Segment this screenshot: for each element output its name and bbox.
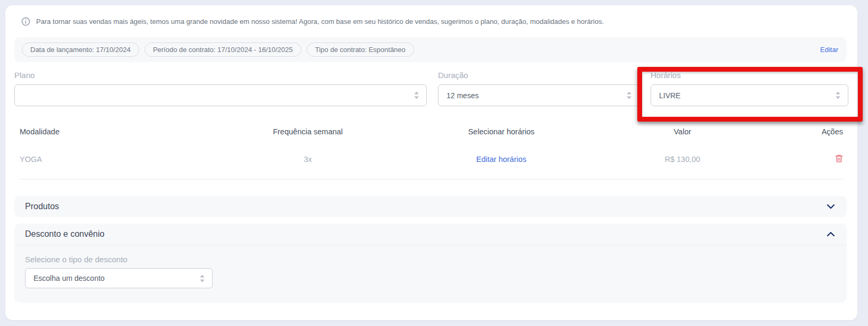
info-icon	[21, 17, 30, 26]
edit-contract-link[interactable]: Editar	[820, 46, 838, 54]
select-spinner-icon	[414, 91, 419, 99]
col-modalidade: Modalidade	[20, 127, 217, 136]
col-frequencia: Frequência semanal	[217, 127, 399, 136]
duracao-select-value: 12 meses	[446, 91, 479, 100]
horarios-select[interactable]: LIVRE	[651, 84, 848, 106]
field-duracao: Duração 12 meses	[438, 71, 639, 106]
produtos-title: Produtos	[25, 202, 59, 211]
desconto-label: Selecione o tipo de desconto	[25, 255, 836, 264]
plano-label: Plano	[14, 71, 427, 80]
select-spinner-icon	[835, 91, 841, 99]
info-banner: Para tornar suas vendas mais ágeis, temo…	[5, 5, 857, 26]
plano-select[interactable]	[14, 84, 427, 106]
section-produtos: Produtos	[14, 196, 847, 217]
col-acoes: Ações	[761, 127, 843, 136]
table-row: YOGA 3x Editar horários R$ 130,00	[20, 154, 843, 179]
select-spinner-icon	[626, 91, 632, 99]
duracao-select[interactable]: 12 meses	[438, 84, 639, 106]
contract-card: Para tornar suas vendas mais ágeis, temo…	[5, 5, 857, 320]
produtos-accordion-header[interactable]: Produtos	[14, 196, 847, 217]
trash-icon[interactable]	[835, 154, 843, 163]
table-header-row: Modalidade Frequência semanal Selecionar…	[20, 127, 843, 154]
col-selecionar-horarios: Selecionar horários	[399, 127, 604, 136]
select-spinner-icon	[199, 274, 205, 282]
chip-contract-period: Período de contrato: 17/10/2024 - 16/10/…	[145, 42, 301, 57]
chevron-down-icon	[827, 202, 835, 211]
banner-text: Para tornar suas vendas mais ágeis, temo…	[36, 18, 604, 25]
edit-schedule-link[interactable]: Editar horários	[476, 155, 526, 164]
col-valor: Valor	[604, 127, 761, 136]
desconto-title: Desconto e convênio	[25, 229, 104, 239]
cell-modalidade: YOGA	[20, 155, 217, 164]
desconto-content: Selecione o tipo de desconto Escolha um …	[14, 245, 847, 303]
plan-fields-row: Plano Duração 12 meses Horários LIVRE	[14, 71, 848, 106]
desconto-select-value: Escolha um desconto	[33, 274, 105, 282]
desconto-select[interactable]: Escolha um desconto	[25, 268, 213, 288]
chevron-up-icon	[827, 229, 835, 239]
chip-contract-type: Tipo de contrato: Espontâneo	[307, 42, 414, 57]
section-desconto: Desconto e convênio Selecione o tipo de …	[14, 224, 847, 303]
field-plano: Plano	[14, 71, 427, 106]
modalities-table: Modalidade Frequência semanal Selecionar…	[14, 127, 848, 179]
contract-summary-panel: Data de lançamento: 17/10/2024 Período d…	[14, 37, 847, 62]
duracao-label: Duração	[438, 71, 639, 80]
horarios-select-value: LIVRE	[659, 91, 680, 100]
horarios-label: Horários	[651, 71, 848, 80]
desconto-accordion-header[interactable]: Desconto e convênio	[14, 224, 847, 245]
cell-valor: R$ 130,00	[604, 155, 761, 164]
field-horarios: Horários LIVRE	[651, 71, 848, 106]
field-desconto: Selecione o tipo de desconto Escolha um …	[25, 255, 836, 288]
chip-launch-date: Data de lançamento: 17/10/2024	[22, 42, 139, 57]
cell-frequencia: 3x	[217, 155, 399, 164]
